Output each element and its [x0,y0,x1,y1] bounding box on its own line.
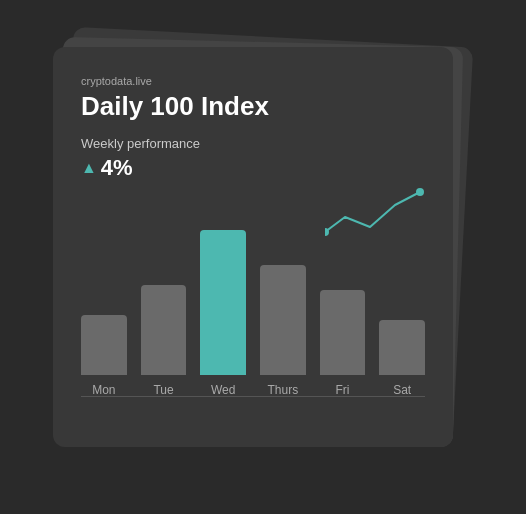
card-wrapper: cryptodata.live Daily 100 Index Weekly p… [53,47,473,467]
chart-title: Daily 100 Index [81,91,425,122]
bar-column-fri: Fri [320,290,366,397]
chart-baseline [81,396,425,397]
bar-label-thurs: Thurs [268,383,299,397]
performance-value: ▲ 4% [81,155,425,181]
bar-sat [379,320,425,375]
bar-label-mon: Mon [92,383,115,397]
performance-number: 4% [101,155,133,181]
bar-label-fri: Fri [336,383,350,397]
bar-thurs [260,265,306,375]
site-label: cryptodata.live [81,75,425,87]
bar-label-tue: Tue [153,383,173,397]
bar-tue [141,285,187,375]
bar-fri [320,290,366,375]
bar-wed [200,230,246,375]
performance-arrow: ▲ [81,159,97,177]
bar-chart: MonTueWedThursFriSat [81,197,425,427]
bar-mon [81,315,127,375]
bar-column-sat: Sat [379,320,425,397]
bar-label-sat: Sat [393,383,411,397]
svg-point-1 [416,188,424,196]
bar-column-tue: Tue [141,285,187,397]
bar-column-thurs: Thurs [260,265,306,397]
bar-label-wed: Wed [211,383,235,397]
weekly-label: Weekly performance [81,136,425,151]
chart-area: MonTueWedThursFriSat [81,197,425,427]
bar-column-wed: Wed [200,230,246,397]
bar-column-mon: Mon [81,315,127,397]
main-card: cryptodata.live Daily 100 Index Weekly p… [53,47,453,447]
